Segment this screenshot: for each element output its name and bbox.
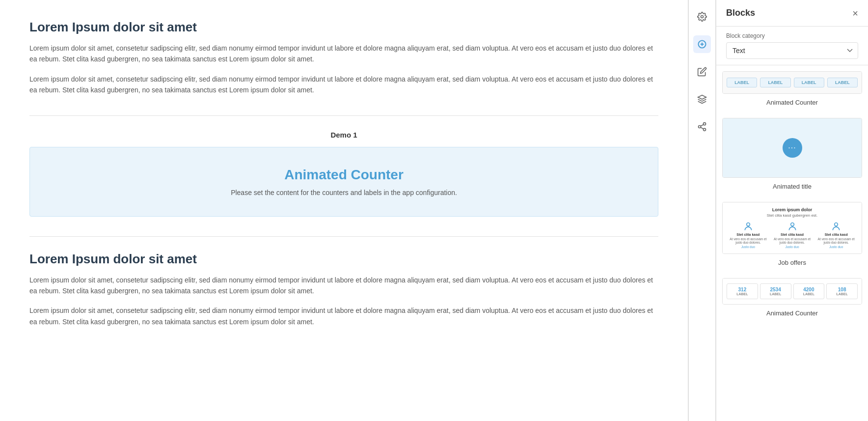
- counter-num-3: 4200: [795, 287, 823, 292]
- svg-point-10: [746, 223, 750, 226]
- thumb-job-col-3: Stet clita kasd At vero eos et accusam e…: [815, 222, 857, 249]
- section2-para1: Lorem ipsum dolor sit amet, consetetur s…: [29, 275, 658, 297]
- section1-heading: Lorem Ipsum dolor sit amet: [29, 20, 658, 35]
- block-item-animated-counter-2[interactable]: 312 LABEL 2534 LABEL 4200 LABEL 108 LABE…: [722, 278, 862, 319]
- divider-1: [29, 115, 658, 116]
- thumb-job-subtitle: Stet clita kasd gubergren est.: [728, 213, 857, 218]
- person-icon-2: [787, 222, 797, 231]
- thumb-job-title: Lorem ipsum dolor: [728, 207, 857, 212]
- thumb-col-text-3: At vero eos et accusam et justo duo dolo…: [815, 237, 857, 244]
- block-name-3: Job offers: [722, 257, 862, 268]
- svg-point-0: [701, 16, 704, 18]
- counter-lbl-3: LABEL: [795, 292, 823, 296]
- blocks-filter: Block category Text Media Layout Forms: [716, 27, 868, 65]
- thumb-col-link-2: Justo duo: [772, 245, 813, 249]
- block-name-2: Animated title: [722, 181, 862, 192]
- block-name-1: Animated Counter: [722, 97, 862, 108]
- thumb-counter-1: 312 LABEL: [727, 283, 758, 299]
- counter-num-2: 2534: [761, 287, 790, 292]
- svg-line-8: [701, 127, 704, 129]
- counter-block-title: Animated Counter: [45, 167, 643, 183]
- counter-num-1: 312: [728, 287, 757, 292]
- block-item-animated-title[interactable]: ··· Animated title: [722, 118, 862, 192]
- svg-marker-4: [698, 95, 706, 99]
- thumb-counter-numbers: 312 LABEL 2534 LABEL 4200 LABEL 108 LABE…: [723, 279, 862, 304]
- counter-lbl-4: LABEL: [828, 292, 856, 296]
- thumb-counter-3: 4200 LABEL: [793, 283, 825, 299]
- main-content: Lorem Ipsum dolor sit amet Lorem ipsum d…: [0, 0, 688, 421]
- thumb-counter-2: 2534 LABEL: [760, 283, 791, 299]
- section2-heading: Lorem Ipsum dolor sit amet: [29, 252, 658, 267]
- svg-point-6: [699, 126, 701, 128]
- add-block-button[interactable]: [693, 35, 711, 53]
- animated-counter-preview: Animated Counter Please set the content …: [29, 147, 658, 217]
- thumb-job-col-1: Stet clita kasd At vero eos et accusam e…: [728, 222, 769, 249]
- demo-label: Demo 1: [29, 131, 658, 139]
- blocks-panel-title: Blocks: [726, 8, 755, 18]
- layers-button[interactable]: [693, 90, 711, 108]
- block-name-4: Animated Counter: [722, 308, 862, 319]
- person-icon-3: [831, 222, 841, 231]
- block-thumb-4: 312 LABEL 2534 LABEL 4200 LABEL 108 LABE…: [722, 278, 862, 305]
- section2-para2: Lorem ipsum dolor sit amet, consetetur s…: [29, 305, 658, 327]
- content-section-2: Lorem Ipsum dolor sit amet Lorem ipsum d…: [29, 252, 658, 328]
- person-icon-1: [743, 222, 753, 231]
- divider-2: [29, 236, 658, 237]
- thumb-animated-title: ···: [723, 118, 862, 177]
- thumb-label-3: LABEL: [794, 78, 824, 87]
- svg-point-7: [704, 128, 706, 131]
- blocks-panel: Blocks × Block category Text Media Layou…: [716, 0, 868, 421]
- share-button[interactable]: [693, 118, 711, 136]
- thumb-col-title-3: Stet clita kasd: [815, 233, 857, 236]
- counter-block-desc: Please set the content for the counters …: [45, 189, 643, 196]
- block-thumb-3: Lorem ipsum dolor Stet clita kasd guberg…: [722, 202, 862, 254]
- thumb-label-4: LABEL: [827, 78, 858, 87]
- thumb-col-text-2: At vero eos et accusam et justo duo dolo…: [772, 237, 813, 244]
- block-item-job-offers[interactable]: Lorem ipsum dolor Stet clita kasd guberg…: [722, 202, 862, 268]
- block-thumb-2: ···: [722, 118, 862, 178]
- svg-point-12: [835, 223, 838, 226]
- section1-para2: Lorem ipsum dolor sit amet, consetetur s…: [29, 74, 658, 96]
- thumb-col-link-3: Justo duo: [815, 245, 857, 249]
- edit-button[interactable]: [693, 63, 711, 81]
- counter-lbl-1: LABEL: [728, 292, 757, 296]
- svg-point-5: [704, 123, 706, 125]
- thumb-job-cols: Stet clita kasd At vero eos et accusam e…: [728, 222, 857, 249]
- content-section-1: Lorem Ipsum dolor sit amet Lorem ipsum d…: [29, 20, 658, 96]
- category-label: Block category: [726, 32, 858, 39]
- thumb-col-title-2: Stet clita kasd: [772, 233, 813, 236]
- blocks-list: LABEL LABEL LABEL LABEL Animated Counter…: [716, 65, 868, 421]
- icon-sidebar: [688, 0, 716, 421]
- gear-button[interactable]: [693, 8, 711, 26]
- thumb-job-offers-content: Lorem ipsum dolor Stet clita kasd guberg…: [723, 202, 862, 253]
- block-item-animated-counter-1[interactable]: LABEL LABEL LABEL LABEL Animated Counter: [722, 71, 862, 108]
- thumb-col-text-1: At vero eos et accusam et justo duo dolo…: [728, 237, 769, 244]
- block-thumb-1: LABEL LABEL LABEL LABEL: [722, 71, 862, 94]
- svg-line-9: [701, 124, 704, 126]
- counter-lbl-2: LABEL: [761, 292, 790, 296]
- thumb-label-2: LABEL: [760, 78, 790, 87]
- thumb-label-1: LABEL: [727, 78, 757, 87]
- category-select[interactable]: Text Media Layout Forms: [726, 42, 858, 59]
- blocks-header: Blocks ×: [716, 0, 868, 27]
- thumb-labels-row: LABEL LABEL LABEL LABEL: [723, 72, 862, 93]
- thumb-job-col-2: Stet clita kasd At vero eos et accusam e…: [772, 222, 813, 249]
- thumb-counter-4: 108 LABEL: [826, 283, 858, 299]
- counter-num-4: 108: [828, 287, 856, 292]
- section1-para1: Lorem ipsum dolor sit amet, consetetur s…: [29, 43, 658, 65]
- three-dots-icon: ···: [783, 138, 802, 158]
- thumb-col-link-1: Justo duo: [728, 245, 769, 249]
- close-blocks-button[interactable]: ×: [852, 8, 858, 18]
- svg-point-11: [790, 223, 794, 226]
- thumb-col-title-1: Stet clita kasd: [728, 233, 769, 236]
